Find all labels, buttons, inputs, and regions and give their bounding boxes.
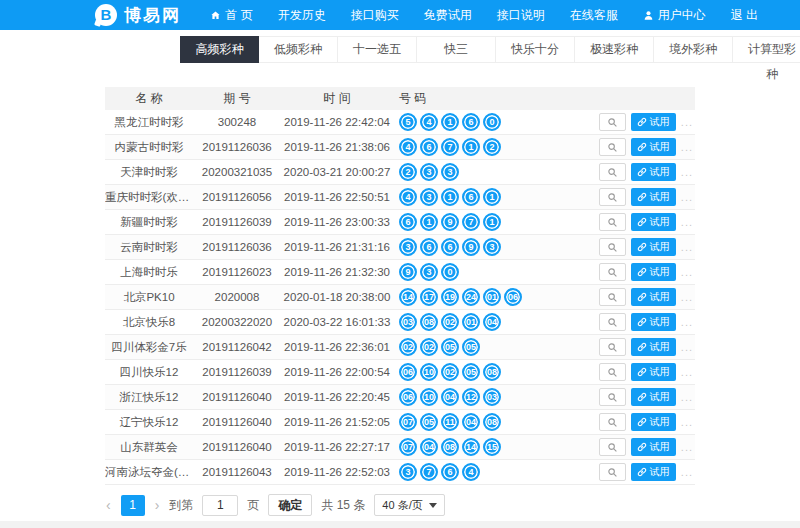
- number-ball: 14: [462, 438, 480, 456]
- number-ball: 03: [399, 313, 417, 331]
- trial-button[interactable]: 试用: [631, 338, 676, 356]
- brand[interactable]: B 博易网: [95, 4, 181, 27]
- trial-button[interactable]: 试用: [631, 263, 676, 281]
- more-button[interactable]: ...: [681, 266, 693, 278]
- more-button[interactable]: ...: [681, 141, 693, 153]
- tab-1[interactable]: 低频彩种: [259, 36, 338, 63]
- row-numbers: 36693: [393, 238, 595, 256]
- trial-button[interactable]: 试用: [631, 388, 676, 406]
- nav-item-1[interactable]: 开发历史: [278, 7, 326, 24]
- more-button[interactable]: ...: [681, 166, 693, 178]
- trial-button[interactable]: 试用: [631, 188, 676, 206]
- number-ball: 6: [441, 463, 459, 481]
- number-ball: 1: [483, 213, 501, 231]
- search-button[interactable]: [599, 388, 626, 406]
- more-button[interactable]: ...: [681, 316, 693, 328]
- search-button[interactable]: [599, 288, 626, 306]
- tab-3[interactable]: 快三: [417, 36, 496, 63]
- nav-item-label: 首 页: [225, 7, 252, 24]
- number-ball: 9: [462, 238, 480, 256]
- row-name: 四川体彩金7乐: [105, 340, 193, 355]
- search-button[interactable]: [599, 113, 626, 131]
- tab-5[interactable]: 极速彩种: [575, 36, 654, 63]
- page-size-select[interactable]: 40 条/页: [374, 494, 444, 516]
- table-row: 云南时时彩201911260362019-11-26 21:31:1636693…: [105, 235, 695, 260]
- trial-button[interactable]: 试用: [631, 238, 676, 256]
- more-button[interactable]: ...: [681, 441, 693, 453]
- nav-item-0[interactable]: 首 页: [210, 7, 252, 24]
- trial-button[interactable]: 试用: [631, 313, 676, 331]
- search-button[interactable]: [599, 463, 626, 481]
- search-button[interactable]: [599, 188, 626, 206]
- search-button[interactable]: [599, 263, 626, 281]
- search-button[interactable]: [599, 238, 626, 256]
- page-1-button[interactable]: 1: [121, 495, 145, 516]
- search-button[interactable]: [599, 413, 626, 431]
- trial-button[interactable]: 试用: [631, 113, 676, 131]
- more-button[interactable]: ...: [681, 291, 693, 303]
- trial-button[interactable]: 试用: [631, 438, 676, 456]
- nav-item-6[interactable]: 用户中心: [643, 7, 706, 24]
- trial-button[interactable]: 试用: [631, 163, 676, 181]
- trial-button[interactable]: 试用: [631, 213, 676, 231]
- row-issue: 20191126043: [193, 466, 281, 478]
- more-button[interactable]: ...: [681, 391, 693, 403]
- chevron-down-icon: [429, 503, 437, 508]
- number-ball: 24: [462, 288, 480, 306]
- prev-page-button[interactable]: ‹: [105, 497, 112, 513]
- trial-button[interactable]: 试用: [631, 413, 676, 431]
- trial-button[interactable]: 试用: [631, 288, 676, 306]
- nav-item-label: 接口购买: [351, 7, 399, 24]
- nav-item-7[interactable]: 退 出: [731, 7, 758, 24]
- trial-button[interactable]: 试用: [631, 463, 676, 481]
- search-button[interactable]: [599, 438, 626, 456]
- search-button[interactable]: [599, 338, 626, 356]
- trial-button[interactable]: 试用: [631, 138, 676, 156]
- nav-item-2[interactable]: 接口购买: [351, 7, 399, 24]
- nav-item-5[interactable]: 在线客服: [570, 7, 618, 24]
- lottery-tabs: 高频彩种低频彩种十一选五快三快乐十分极速彩种境外彩种计算型彩种: [180, 36, 800, 63]
- nav-item-4[interactable]: 接口说明: [497, 7, 545, 24]
- number-ball: 11: [441, 413, 459, 431]
- tab-6[interactable]: 境外彩种: [654, 36, 733, 63]
- number-ball: 02: [441, 313, 459, 331]
- number-ball: 3: [420, 188, 438, 206]
- tab-2[interactable]: 十一选五: [338, 36, 417, 63]
- more-button[interactable]: ...: [681, 216, 693, 228]
- goto-page-input[interactable]: [202, 495, 238, 516]
- more-button[interactable]: ...: [681, 466, 693, 478]
- more-button[interactable]: ...: [681, 116, 693, 128]
- more-button[interactable]: ...: [681, 366, 693, 378]
- more-button[interactable]: ...: [681, 241, 693, 253]
- table-row: 浙江快乐12201911260402019-11-26 22:20:450610…: [105, 385, 695, 410]
- row-issue: 20191126036: [193, 241, 281, 253]
- search-button[interactable]: [599, 163, 626, 181]
- more-button[interactable]: ...: [681, 416, 693, 428]
- number-ball: 06: [504, 288, 522, 306]
- number-ball: 3: [399, 238, 417, 256]
- number-ball: 3: [441, 163, 459, 181]
- next-page-button[interactable]: ›: [154, 497, 161, 513]
- search-button[interactable]: [599, 213, 626, 231]
- number-ball: 05: [441, 338, 459, 356]
- trial-button[interactable]: 试用: [631, 363, 676, 381]
- row-actions: 试用...: [595, 413, 695, 431]
- tab-0[interactable]: 高频彩种: [180, 36, 259, 63]
- search-button[interactable]: [599, 363, 626, 381]
- table-row: 河南泳坛夺金(481)201911260432019-11-26 22:52:0…: [105, 460, 695, 485]
- tab-7[interactable]: 计算型彩种: [733, 36, 800, 63]
- nav-item-3[interactable]: 免费试用: [424, 7, 472, 24]
- number-ball: 4: [399, 188, 417, 206]
- confirm-page-button[interactable]: 确定: [268, 494, 312, 516]
- search-button[interactable]: [599, 138, 626, 156]
- row-actions: 试用...: [595, 338, 695, 356]
- tab-4[interactable]: 快乐十分: [496, 36, 575, 63]
- row-numbers: 3764: [393, 463, 595, 481]
- trial-button-label: 试用: [650, 190, 670, 204]
- more-button[interactable]: ...: [681, 191, 693, 203]
- search-button[interactable]: [599, 313, 626, 331]
- number-ball: 7: [441, 138, 459, 156]
- link-icon: [637, 417, 647, 427]
- more-button[interactable]: ...: [681, 341, 693, 353]
- trial-button-label: 试用: [650, 415, 670, 429]
